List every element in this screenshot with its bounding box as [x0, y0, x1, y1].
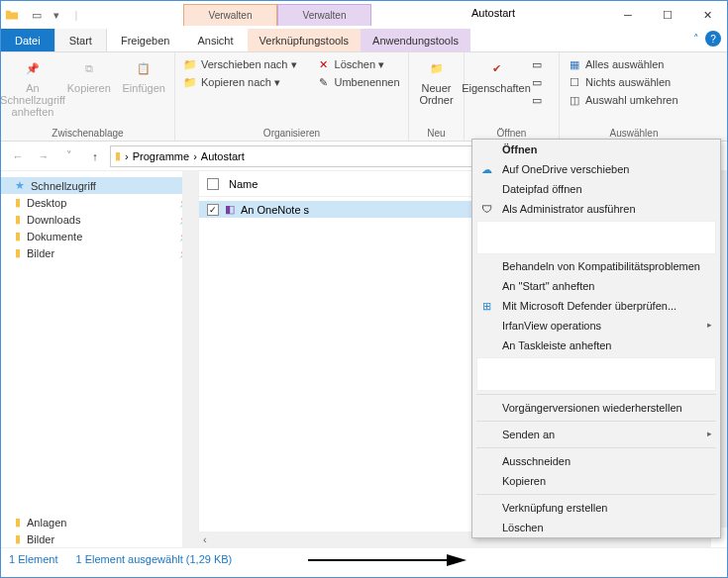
- path-seg-autostart[interactable]: Autostart: [201, 150, 245, 162]
- ctx-shortcut[interactable]: Verknüpfung erstellen: [472, 498, 720, 518]
- ctx-taskbar[interactable]: An Taskleiste anheften: [472, 336, 720, 355]
- invert-icon: ◫: [568, 93, 581, 107]
- delete-label: Löschen ▾: [335, 58, 385, 71]
- qat-properties-icon[interactable]: ▭: [29, 7, 45, 23]
- nav-back-button[interactable]: ←: [7, 145, 29, 167]
- select-all-button[interactable]: ▦Alles auswählen: [566, 56, 680, 72]
- scroll-left-icon[interactable]: ‹: [199, 533, 211, 545]
- sidebar-quick-access[interactable]: ★ Schnellzugriff: [1, 177, 198, 194]
- star-icon: ★: [15, 179, 25, 192]
- close-button[interactable]: ✕: [687, 1, 727, 29]
- paste-icon: 📋: [132, 56, 156, 80]
- new-folder-button[interactable]: 📁 Neuer Ordner: [415, 56, 458, 106]
- sidebar-item-pictures2[interactable]: ▮Bilder: [1, 530, 198, 547]
- select-none-icon: ☐: [568, 75, 581, 89]
- paste-button[interactable]: 📋 Einfügen: [120, 56, 169, 94]
- edit-small-button[interactable]: ▭: [528, 74, 546, 90]
- chevron-right-icon: ▸: [707, 429, 712, 438]
- folder-icon: ▮: [15, 532, 21, 545]
- context-menu: Öffnen ☁Auf OneDrive verschieben Dateipf…: [471, 139, 721, 538]
- nav-recent-button[interactable]: ˅: [58, 145, 80, 167]
- group-new-label: Neu: [415, 128, 458, 139]
- group-open-label: Öffnen: [470, 128, 553, 139]
- invert-label: Auswahl umkehren: [585, 94, 678, 106]
- sidebar-item-desktop[interactable]: ▮Desktop📌: [1, 194, 198, 211]
- open-icon: ▭: [530, 57, 544, 71]
- ctx-open[interactable]: Öffnen: [472, 140, 720, 159]
- pin-quickaccess-button[interactable]: 📌 An Schnellzugriff anheften: [7, 56, 58, 118]
- ctx-prev-versions[interactable]: Vorgängerversionen wiederherstellen: [472, 398, 720, 418]
- title-bar: ▭ ▾ | Verwalten Verwalten Autostart ─ ☐ …: [1, 1, 727, 29]
- select-all-checkbox[interactable]: [207, 178, 219, 190]
- invert-selection-button[interactable]: ◫Auswahl umkehren: [566, 92, 680, 108]
- ctx-label: Senden an: [502, 429, 555, 440]
- ctx-cut[interactable]: Ausschneiden: [472, 451, 720, 471]
- path-folder-icon: ▮: [115, 149, 121, 162]
- ribbon-tabs: Datei Start Freigeben Ansicht Verknüpfun…: [1, 29, 727, 52]
- chevron-right-icon: ▸: [707, 320, 712, 330]
- ctx-copy[interactable]: Kopieren: [472, 471, 720, 491]
- item-checkbox[interactable]: ✓: [207, 204, 219, 216]
- sidebar-item-label: Bilder: [27, 533, 54, 545]
- select-all-label: Alles auswählen: [585, 58, 665, 70]
- window-title: Autostart: [471, 7, 515, 19]
- maximize-button[interactable]: ☐: [648, 1, 687, 29]
- ctx-run-admin[interactable]: 🛡Als Administrator ausführen: [472, 199, 720, 219]
- ctx-compat[interactable]: Behandeln von Kompatibilitätsproblemen: [472, 256, 720, 276]
- history-small-button[interactable]: ▭: [528, 92, 546, 108]
- tab-file[interactable]: Datei: [1, 29, 54, 51]
- folder-icon: ▮: [15, 230, 21, 242]
- sidebar-item-downloads[interactable]: ▮Downloads📌: [1, 211, 198, 228]
- ctx-onedrive[interactable]: ☁Auf OneDrive verschieben: [472, 159, 720, 179]
- delete-icon: ✕: [317, 57, 331, 71]
- delete-button[interactable]: ✕Löschen ▾: [315, 56, 402, 72]
- new-folder-icon: 📁: [425, 56, 449, 80]
- ribbon: 📌 An Schnellzugriff anheften ⧉ Kopieren …: [1, 52, 727, 142]
- ctx-open-path[interactable]: Dateipfad öffnen: [472, 179, 720, 199]
- sidebar-scrollbar[interactable]: [182, 171, 198, 547]
- path-seg-programs[interactable]: Programme: [133, 150, 189, 162]
- qat-new-icon[interactable]: ▾: [49, 7, 64, 23]
- status-count: 1 Element: [9, 553, 58, 565]
- defender-icon: ⊞: [478, 298, 494, 314]
- copy-to-button[interactable]: 📁Kopieren nach ▾: [181, 74, 299, 90]
- manage-tab-shortcut[interactable]: Verwalten: [183, 4, 277, 26]
- ctx-send-to[interactable]: Senden an▸: [472, 425, 720, 444]
- ctx-separator: [476, 494, 716, 495]
- column-name[interactable]: Name: [229, 178, 258, 190]
- qat-divider: |: [68, 7, 84, 23]
- ctx-delete[interactable]: Löschen: [472, 518, 720, 537]
- select-all-icon: ▦: [568, 57, 581, 71]
- help-icon[interactable]: ?: [705, 31, 721, 47]
- ctx-label: IrfanView operations: [502, 320, 601, 332]
- minimize-button[interactable]: ─: [608, 1, 648, 29]
- tab-start[interactable]: Start: [54, 29, 107, 51]
- rename-button[interactable]: ✎Umbenennen: [315, 74, 402, 90]
- sidebar-item-pictures[interactable]: ▮Bilder📌: [1, 244, 198, 261]
- select-none-button[interactable]: ☐Nichts auswählen: [566, 74, 680, 90]
- folder-icon: ▮: [15, 196, 21, 209]
- properties-label: Eigenschaften: [462, 82, 531, 94]
- ribbon-collapse-icon[interactable]: ˄: [693, 33, 699, 46]
- sidebar-item-label: Dokumente: [27, 231, 82, 242]
- nav-forward-button[interactable]: →: [33, 145, 54, 167]
- manage-tab-application[interactable]: Verwalten: [277, 4, 371, 26]
- open-small-button[interactable]: ▭: [528, 56, 546, 72]
- svg-marker-1: [447, 554, 467, 566]
- sidebar-item-documents[interactable]: ▮Dokumente📌: [1, 228, 198, 244]
- breadcrumb[interactable]: ▮ › Programme › Autostart ˅: [110, 145, 533, 167]
- nav-up-button[interactable]: ↑: [84, 145, 106, 167]
- copy-button[interactable]: ⧉ Kopieren: [64, 56, 114, 94]
- select-none-label: Nichts auswählen: [585, 76, 671, 88]
- sidebar-item-attachments[interactable]: ▮Anlagen: [1, 514, 198, 530]
- tab-share[interactable]: Freigeben: [107, 29, 184, 51]
- tab-app-tools[interactable]: Anwendungstools: [361, 29, 470, 51]
- properties-button[interactable]: ✔ Eigenschaften: [470, 56, 522, 94]
- tab-view[interactable]: Ansicht: [183, 29, 247, 51]
- move-to-button[interactable]: 📁Verschieben nach ▾: [181, 56, 299, 72]
- ctx-pin-start[interactable]: An "Start" anheften: [472, 276, 720, 296]
- ctx-defender[interactable]: ⊞Mit Microsoft Defender überprüfen...: [472, 296, 720, 316]
- tab-shortcut-tools[interactable]: Verknüpfungstools: [248, 29, 362, 51]
- folder-icon: ▮: [15, 213, 21, 226]
- ctx-irfan[interactable]: IrfanView operations▸: [472, 316, 720, 336]
